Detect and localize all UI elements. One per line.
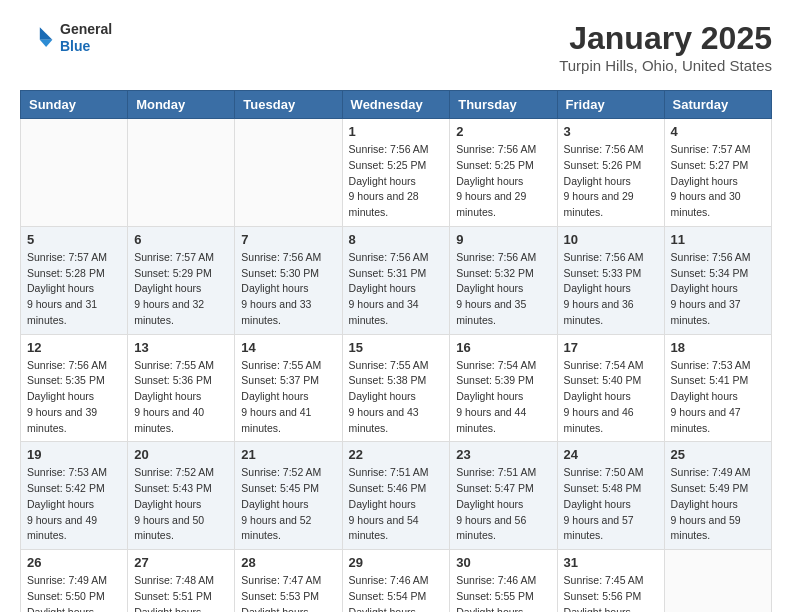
day-info: Sunrise: 7:52 AM Sunset: 5:43 PM Dayligh… — [134, 465, 228, 544]
sunset-label: Sunset: 5:34 PM — [671, 267, 749, 279]
daylight-label: Daylight hours — [241, 282, 308, 294]
sunset-label: Sunset: 5:48 PM — [564, 482, 642, 494]
daylight-duration: 9 hours and 32 minutes. — [134, 298, 204, 326]
day-info: Sunrise: 7:54 AM Sunset: 5:40 PM Dayligh… — [564, 358, 658, 437]
sunrise-label: Sunrise: 7:56 AM — [671, 251, 751, 263]
weekday-header: Tuesday — [235, 91, 342, 119]
daylight-label: Daylight hours — [671, 498, 738, 510]
day-number: 31 — [564, 555, 658, 570]
sunrise-label: Sunrise: 7:49 AM — [671, 466, 751, 478]
calendar-cell: 17 Sunrise: 7:54 AM Sunset: 5:40 PM Dayl… — [557, 334, 664, 442]
sunrise-label: Sunrise: 7:55 AM — [349, 359, 429, 371]
calendar-cell: 30 Sunrise: 7:46 AM Sunset: 5:55 PM Dayl… — [450, 550, 557, 613]
daylight-label: Daylight hours — [671, 282, 738, 294]
calendar-cell: 13 Sunrise: 7:55 AM Sunset: 5:36 PM Dayl… — [128, 334, 235, 442]
day-info: Sunrise: 7:48 AM Sunset: 5:51 PM Dayligh… — [134, 573, 228, 612]
svg-marker-0 — [40, 27, 53, 40]
calendar-header-row: SundayMondayTuesdayWednesdayThursdayFrid… — [21, 91, 772, 119]
day-number: 4 — [671, 124, 765, 139]
daylight-duration: 9 hours and 37 minutes. — [671, 298, 741, 326]
sunset-label: Sunset: 5:42 PM — [27, 482, 105, 494]
daylight-label: Daylight hours — [134, 606, 201, 613]
sunset-label: Sunset: 5:51 PM — [134, 590, 212, 602]
sunset-label: Sunset: 5:47 PM — [456, 482, 534, 494]
day-number: 2 — [456, 124, 550, 139]
daylight-label: Daylight hours — [456, 390, 523, 402]
calendar-cell — [235, 119, 342, 227]
calendar-cell: 9 Sunrise: 7:56 AM Sunset: 5:32 PM Dayli… — [450, 226, 557, 334]
calendar-cell: 12 Sunrise: 7:56 AM Sunset: 5:35 PM Dayl… — [21, 334, 128, 442]
weekday-header: Thursday — [450, 91, 557, 119]
day-number: 5 — [27, 232, 121, 247]
weekday-header: Saturday — [664, 91, 771, 119]
sunrise-label: Sunrise: 7:48 AM — [134, 574, 214, 586]
sunset-label: Sunset: 5:37 PM — [241, 374, 319, 386]
sunrise-label: Sunrise: 7:56 AM — [349, 251, 429, 263]
day-info: Sunrise: 7:56 AM Sunset: 5:31 PM Dayligh… — [349, 250, 444, 329]
calendar-week-row: 12 Sunrise: 7:56 AM Sunset: 5:35 PM Dayl… — [21, 334, 772, 442]
sunrise-label: Sunrise: 7:45 AM — [564, 574, 644, 586]
daylight-duration: 9 hours and 35 minutes. — [456, 298, 526, 326]
sunrise-label: Sunrise: 7:56 AM — [27, 359, 107, 371]
calendar-cell: 31 Sunrise: 7:45 AM Sunset: 5:56 PM Dayl… — [557, 550, 664, 613]
day-info: Sunrise: 7:51 AM Sunset: 5:46 PM Dayligh… — [349, 465, 444, 544]
day-info: Sunrise: 7:53 AM Sunset: 5:42 PM Dayligh… — [27, 465, 121, 544]
day-number: 22 — [349, 447, 444, 462]
sunrise-label: Sunrise: 7:49 AM — [27, 574, 107, 586]
daylight-label: Daylight hours — [134, 390, 201, 402]
calendar-cell — [664, 550, 771, 613]
sunset-label: Sunset: 5:40 PM — [564, 374, 642, 386]
day-info: Sunrise: 7:46 AM Sunset: 5:55 PM Dayligh… — [456, 573, 550, 612]
daylight-duration: 9 hours and 49 minutes. — [27, 514, 97, 542]
day-number: 23 — [456, 447, 550, 462]
calendar-cell: 20 Sunrise: 7:52 AM Sunset: 5:43 PM Dayl… — [128, 442, 235, 550]
day-number: 25 — [671, 447, 765, 462]
sunset-label: Sunset: 5:29 PM — [134, 267, 212, 279]
calendar-cell: 23 Sunrise: 7:51 AM Sunset: 5:47 PM Dayl… — [450, 442, 557, 550]
logo-icon — [20, 20, 56, 56]
sunrise-label: Sunrise: 7:52 AM — [134, 466, 214, 478]
day-info: Sunrise: 7:55 AM Sunset: 5:36 PM Dayligh… — [134, 358, 228, 437]
day-info: Sunrise: 7:57 AM Sunset: 5:29 PM Dayligh… — [134, 250, 228, 329]
daylight-label: Daylight hours — [564, 606, 631, 613]
day-number: 29 — [349, 555, 444, 570]
day-number: 19 — [27, 447, 121, 462]
sunrise-label: Sunrise: 7:56 AM — [241, 251, 321, 263]
location: Turpin Hills, Ohio, United States — [559, 57, 772, 74]
daylight-duration: 9 hours and 54 minutes. — [349, 514, 419, 542]
day-number: 17 — [564, 340, 658, 355]
calendar-cell: 27 Sunrise: 7:48 AM Sunset: 5:51 PM Dayl… — [128, 550, 235, 613]
day-info: Sunrise: 7:56 AM Sunset: 5:32 PM Dayligh… — [456, 250, 550, 329]
logo: General Blue — [20, 20, 112, 56]
day-info: Sunrise: 7:53 AM Sunset: 5:41 PM Dayligh… — [671, 358, 765, 437]
sunrise-label: Sunrise: 7:51 AM — [349, 466, 429, 478]
day-info: Sunrise: 7:47 AM Sunset: 5:53 PM Dayligh… — [241, 573, 335, 612]
day-number: 8 — [349, 232, 444, 247]
day-info: Sunrise: 7:56 AM Sunset: 5:35 PM Dayligh… — [27, 358, 121, 437]
sunrise-label: Sunrise: 7:52 AM — [241, 466, 321, 478]
day-info: Sunrise: 7:54 AM Sunset: 5:39 PM Dayligh… — [456, 358, 550, 437]
day-info: Sunrise: 7:49 AM Sunset: 5:50 PM Dayligh… — [27, 573, 121, 612]
svg-marker-1 — [40, 40, 53, 47]
day-info: Sunrise: 7:56 AM Sunset: 5:25 PM Dayligh… — [349, 142, 444, 221]
sunset-label: Sunset: 5:35 PM — [27, 374, 105, 386]
calendar-cell: 29 Sunrise: 7:46 AM Sunset: 5:54 PM Dayl… — [342, 550, 450, 613]
day-number: 18 — [671, 340, 765, 355]
daylight-label: Daylight hours — [456, 175, 523, 187]
calendar-cell: 1 Sunrise: 7:56 AM Sunset: 5:25 PM Dayli… — [342, 119, 450, 227]
sunset-label: Sunset: 5:33 PM — [564, 267, 642, 279]
daylight-label: Daylight hours — [564, 390, 631, 402]
daylight-duration: 9 hours and 40 minutes. — [134, 406, 204, 434]
calendar-cell: 2 Sunrise: 7:56 AM Sunset: 5:25 PM Dayli… — [450, 119, 557, 227]
calendar-cell: 26 Sunrise: 7:49 AM Sunset: 5:50 PM Dayl… — [21, 550, 128, 613]
sunrise-label: Sunrise: 7:54 AM — [564, 359, 644, 371]
day-number: 27 — [134, 555, 228, 570]
daylight-duration: 9 hours and 29 minutes. — [564, 190, 634, 218]
day-number: 21 — [241, 447, 335, 462]
day-info: Sunrise: 7:51 AM Sunset: 5:47 PM Dayligh… — [456, 465, 550, 544]
daylight-label: Daylight hours — [349, 175, 416, 187]
daylight-duration: 9 hours and 30 minutes. — [671, 190, 741, 218]
calendar-week-row: 5 Sunrise: 7:57 AM Sunset: 5:28 PM Dayli… — [21, 226, 772, 334]
day-info: Sunrise: 7:45 AM Sunset: 5:56 PM Dayligh… — [564, 573, 658, 612]
daylight-duration: 9 hours and 46 minutes. — [564, 406, 634, 434]
